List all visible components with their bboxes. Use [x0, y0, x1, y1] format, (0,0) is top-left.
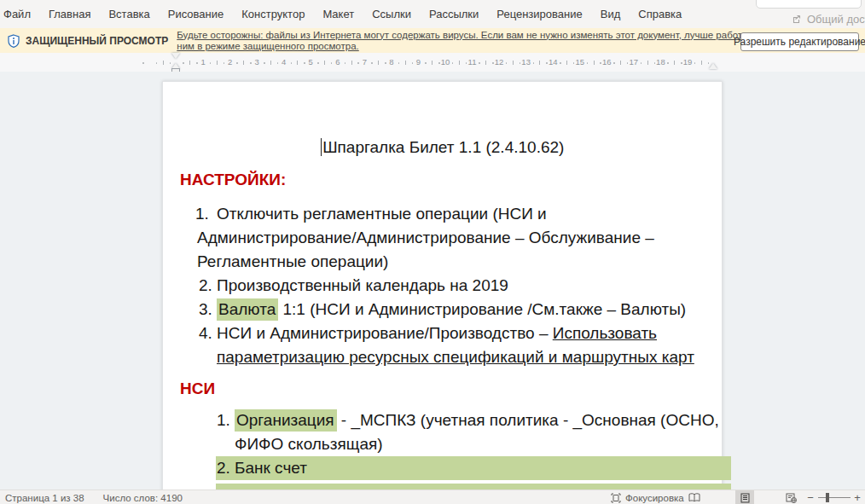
protected-view-message: Будьте осторожны: файлы из Интернета мог…	[177, 30, 765, 52]
page-number-status[interactable]: Страница 1 из 38	[5, 493, 84, 503]
first-line-indent-marker[interactable]	[171, 53, 180, 59]
list-number: 1.	[195, 202, 209, 226]
shield-icon	[8, 34, 20, 48]
print-layout-button[interactable]	[735, 490, 754, 504]
focus-icon	[611, 493, 621, 503]
menu-tab-0[interactable]: Файл	[3, 8, 31, 20]
doc-heading-1: НСИ	[180, 377, 722, 401]
document-canvas: Шпаргалка Билет 1.1 (2.4.10.62) НАСТРОЙК…	[0, 72, 865, 490]
doc-list-item: 2.Производственный календарь на 2019	[163, 274, 722, 298]
print-layout-icon	[740, 493, 750, 503]
share-button[interactable]: Общий доступ	[792, 10, 865, 27]
search-box-partial[interactable]	[756, 0, 862, 9]
menu-tab-3[interactable]: Рисование	[168, 8, 224, 20]
menu-tab-4[interactable]: Конструктор	[241, 8, 305, 20]
focus-label: Фокусировка	[625, 493, 684, 503]
menu-tab-2[interactable]: Вставка	[108, 8, 149, 20]
zoom-slider-thumb[interactable]	[826, 493, 829, 502]
menu-tab-7[interactable]: Рассылки	[429, 8, 479, 20]
page-content: Шпаргалка Билет 1.1 (2.4.10.62) НАСТРОЙК…	[163, 82, 722, 490]
protected-view-message-link[interactable]: Будьте осторожны: файлы из Интернета мог…	[177, 30, 764, 51]
doc-list-item: 3.Валюта 1:1 (НСИ и Администрирование /С…	[163, 298, 722, 322]
menu-tab-6[interactable]: Ссылки	[372, 8, 411, 20]
horizontal-ruler: 12345678910111213141516171819	[0, 53, 865, 72]
menu-bar: ФайлГлавнаяВставкаРисованиеКонструкторМа…	[0, 0, 865, 28]
list-number: 2.	[217, 456, 230, 480]
word-count-status[interactable]: Число слов: 4190	[103, 493, 183, 503]
protected-view-label: ЗАЩИЩЕННЫЙ ПРОСМОТР	[26, 35, 168, 47]
menu-tab-9[interactable]: Вид	[601, 8, 621, 20]
protected-view-bar: ЗАЩИЩЕННЫЙ ПРОСМОТР Будьте осторожны: фа…	[0, 28, 865, 54]
web-layout-icon	[786, 493, 797, 503]
read-mode-icon	[688, 493, 700, 502]
menu-tab-1[interactable]: Главная	[49, 8, 90, 20]
doc-list-item: 2.Банк счет	[216, 456, 731, 480]
read-mode-button[interactable]	[685, 490, 704, 504]
text-cursor	[321, 138, 322, 156]
document-page[interactable]: Шпаргалка Билет 1.1 (2.4.10.62) НАСТРОЙК…	[162, 81, 723, 490]
share-icon	[792, 14, 803, 25]
zoom-slider-track[interactable]	[818, 497, 850, 498]
right-indent-marker[interactable]	[709, 63, 717, 69]
doc-list-item: 1.Организация - _МСПКЗ (учетная политика…	[163, 408, 722, 456]
focus-mode-button[interactable]: Фокусировка	[611, 490, 684, 504]
doc-list-item: 3.Структура предприятия	[216, 484, 731, 490]
menu-tabs: ФайлГлавнаяВставкаРисованиеКонструкторМа…	[2, 0, 682, 28]
share-label: Общий доступ	[807, 13, 865, 26]
menu-tab-5[interactable]: Макет	[322, 8, 354, 20]
hanging-indent-marker[interactable]	[171, 63, 180, 69]
list-number: 2.	[199, 274, 212, 298]
list-number: 1.	[217, 408, 230, 432]
zoom-in-button[interactable]: +	[852, 491, 862, 504]
status-bar: Страница 1 из 38 Число слов: 4190 Фокуси…	[0, 490, 865, 504]
web-layout-button[interactable]	[781, 490, 800, 504]
doc-list-item: 1.Отключить регламентные операции (НСИ и…	[163, 202, 722, 274]
list-number: 3.	[217, 484, 230, 490]
list-number: 4.	[199, 322, 212, 345]
menu-tab-8[interactable]: Рецензирование	[496, 8, 582, 20]
doc-heading-0: НАСТРОЙКИ:	[180, 168, 722, 192]
doc-list-item: 4.НСИ и Администрирование/Производство –…	[163, 322, 722, 369]
word-window: ФайлГлавнаяВставкаРисованиеКонструкторМа…	[0, 0, 865, 504]
document-title: Шпаргалка Билет 1.1 (2.4.10.62)	[163, 136, 722, 159]
enable-editing-button[interactable]: Разрешить редактирование	[740, 32, 859, 51]
list-number: 3.	[199, 298, 212, 322]
menu-tab-10[interactable]: Справка	[638, 8, 682, 20]
zoom-out-button[interactable]: −	[805, 491, 816, 504]
